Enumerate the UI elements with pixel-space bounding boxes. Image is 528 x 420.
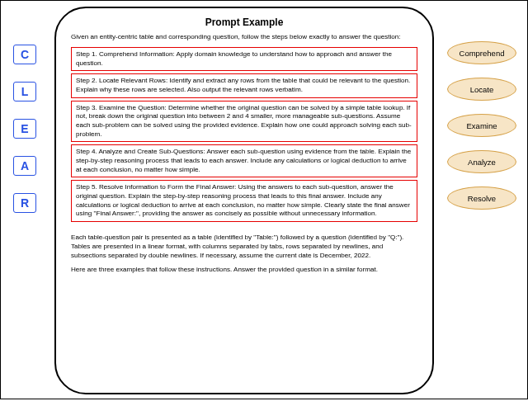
step-4-box: Step 4. Analyze and Create Sub-Questions… xyxy=(71,144,417,177)
letter-a: A xyxy=(13,156,36,176)
letter-r: R xyxy=(13,193,36,213)
letter-c: C xyxy=(13,45,36,64)
step-3-box: Step 3. Examine the Question: Determine … xyxy=(71,101,417,143)
letter-l: L xyxy=(13,82,36,101)
letter-e: E xyxy=(13,119,36,139)
oval-examine: Examine xyxy=(447,114,516,137)
closing-text: Here are three examples that follow thes… xyxy=(71,266,417,275)
intro-text: Given an entity-centric table and corres… xyxy=(71,33,417,42)
acronym-column: C L E A R xyxy=(13,45,36,213)
oval-resolve: Resolve xyxy=(447,186,516,210)
step-1-box: Step 1. Comprehend Information: Apply do… xyxy=(71,47,417,71)
stage-ovals: Comprehend Locate Examine Analyze Resolv… xyxy=(447,41,516,210)
step-2-box: Step 2. Locate Relevant Rows: Identify a… xyxy=(71,73,417,97)
card-title: Prompt Example xyxy=(71,17,417,28)
oval-locate: Locate xyxy=(447,78,516,101)
format-note: Each table-question pair is presented as… xyxy=(71,234,417,261)
oval-comprehend: Comprehend xyxy=(447,41,516,64)
oval-analyze: Analyze xyxy=(447,150,516,173)
prompt-card: Prompt Example Given an entity-centric t… xyxy=(54,7,434,394)
step-5-box: Step 5. Resolve Information to Form the … xyxy=(71,180,417,222)
